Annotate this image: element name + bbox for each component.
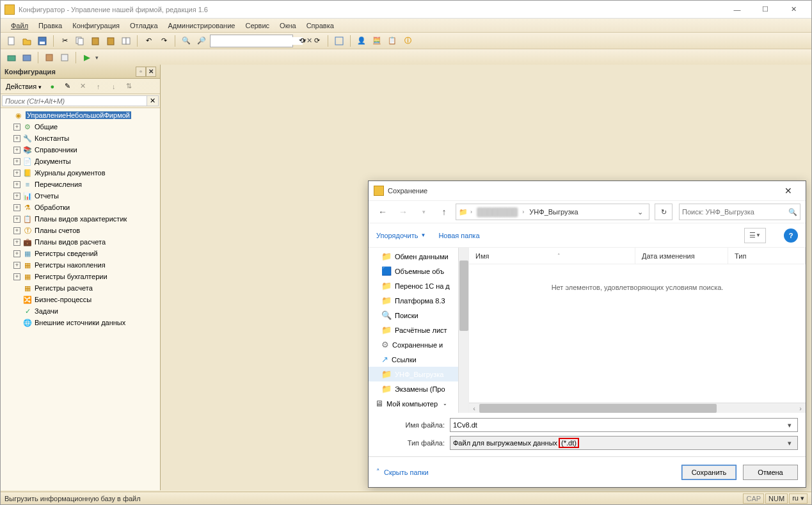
breadcrumb-current[interactable]: УНФ_Выгрузка [527,208,580,216]
expand-icon[interactable]: + [13,193,20,200]
tree-item-12[interactable]: +▦Регистры накопления [2,259,159,271]
folder-item-8[interactable]: 📁УНФ_Выгрузка [369,367,458,381]
filename-dropdown-icon[interactable]: ▾ [784,421,795,429]
tree-item-0[interactable]: +⚙Общие [2,121,159,132]
tree-item-10[interactable]: +💼Планы видов расчета [2,236,159,248]
nav-forward-button[interactable]: → [394,203,412,221]
scroll-left-icon[interactable]: ‹ [469,403,479,413]
tree-item-2[interactable]: +📚Справочники [2,144,159,156]
col-name[interactable]: Имя ˄ [469,248,635,264]
scrollbar-thumb[interactable] [459,261,468,331]
compare-button[interactable] [119,34,133,48]
tb2-c[interactable] [42,51,56,65]
copy-button[interactable] [73,34,87,48]
col-type[interactable]: Тип [728,248,806,264]
path-dropdown-icon[interactable]: ⌄ [633,208,646,216]
folder-item-1[interactable]: 🟦Объемные объ [369,264,458,278]
tool-windows[interactable] [332,34,346,48]
tb2-d[interactable] [58,51,72,65]
new-button[interactable] [4,34,19,48]
dialog-search-input[interactable] [682,208,788,216]
expand-icon[interactable]: + [13,239,20,246]
undo-button[interactable]: ↶ [141,34,155,48]
cancel-button[interactable]: Отмена [743,465,798,480]
tree-item-17[interactable]: 🌐Внешние источники данных [2,317,159,328]
expand-icon[interactable]: + [13,250,20,257]
paste-button[interactable] [88,34,102,48]
expand-icon[interactable]: + [13,262,20,269]
config-search-clear[interactable]: ✕ [147,95,159,106]
menu-help[interactable]: Справка [301,20,339,31]
horizontal-scrollbar[interactable]: ‹ › [469,403,806,413]
my-computer-item[interactable]: 🖥 Мой компьютер ⌄ [369,396,458,411]
config-actions-menu[interactable]: Действия [3,81,44,92]
tb2-run[interactable]: ▶ [80,51,94,65]
expand-icon[interactable]: + [13,273,20,280]
help-button[interactable]: ? [784,228,798,243]
nav-back-button[interactable]: ← [374,203,392,221]
menu-file[interactable]: Файл [6,20,33,31]
folder-item-6[interactable]: ⚙Сохраненные и [369,337,458,352]
config-panel-close[interactable]: ✕ [146,67,156,77]
minimize-button[interactable]: — [723,1,751,18]
expand-icon[interactable]: + [13,216,20,223]
tree-item-13[interactable]: +▦Регистры бухгалтерии [2,271,159,282]
config-search-input[interactable] [2,95,147,106]
view-mode-button[interactable]: ☰ ▼ [744,228,766,243]
tb2-b[interactable] [20,51,34,65]
nav-history-button[interactable]: ▾ [415,203,433,221]
open-button[interactable] [20,34,34,48]
folder-item-7[interactable]: ↗Ссылки [369,352,458,367]
filetype-combo[interactable]: Файл для выгружаемых данных (*.dt) ▾ [450,436,798,450]
cfg-del[interactable]: ✕ [76,79,90,93]
new-folder-button[interactable]: Новая папка [438,232,479,239]
folder-item-5[interactable]: 📁Расчётные лист [369,323,458,337]
folder-item-9[interactable]: 📁Экзамены (Про [369,381,458,396]
tree-item-1[interactable]: +🔧Константы [2,132,159,144]
menu-windows[interactable]: Окна [275,20,301,31]
expand-icon[interactable]: + [13,135,20,142]
redo-button[interactable]: ↷ [157,34,171,48]
menu-debug[interactable]: Отладка [125,20,163,31]
scroll-right-icon[interactable]: › [795,403,806,413]
toolbar-search[interactable]: ▾ ✕ [210,35,293,47]
folder-item-0[interactable]: 📁Обмен данными [369,249,458,264]
folder-item-2[interactable]: 📁Перенос 1С на д [369,278,458,293]
expand-icon[interactable]: + [13,181,20,188]
close-button[interactable]: ✕ [779,1,808,18]
tree-item-6[interactable]: +📊Отчеты [2,190,159,202]
tree-item-16[interactable]: ✓Задачи [2,305,159,317]
tool-syntax[interactable]: 👤 [354,34,369,48]
hide-folders-button[interactable]: ˄ Скрыть папки [376,468,429,476]
tool-a[interactable]: ⟲ [294,34,308,48]
expand-icon[interactable]: + [13,147,20,154]
tree-item-4[interactable]: +📒Журналы документов [2,167,159,179]
folder-scrollbar[interactable] [458,248,468,413]
menu-edit[interactable]: Правка [33,20,67,31]
folder-tree[interactable]: 📁Обмен данными🟦Объемные объ📁Перенос 1С н… [369,248,458,413]
tb2-run-dropdown[interactable]: ▾ [95,54,99,61]
config-tree[interactable]: ◉ УправлениеНебольшойФирмой +⚙Общие+🔧Кон… [1,108,160,490]
menu-admin[interactable]: Администрирование [163,20,241,31]
status-lang[interactable]: ru ▾ [789,493,808,504]
expand-icon[interactable]: + [13,124,20,131]
expand-icon[interactable]: + [13,204,20,211]
tool-calc[interactable]: 🧮 [370,34,384,48]
tree-item-9[interactable]: +ⓉПланы счетов [2,225,159,236]
folder-item-4[interactable]: 🔍Поиски [369,308,458,323]
tree-item-3[interactable]: +📄Документы [2,156,159,167]
tree-item-11[interactable]: +▦Регистры сведений [2,248,159,259]
expand-icon[interactable]: + [13,227,20,234]
organize-button[interactable]: Упорядочить▼ [376,232,426,239]
filetype-dropdown-icon[interactable]: ▾ [784,439,795,447]
maximize-button[interactable]: ☐ [751,1,779,18]
tree-item-15[interactable]: 🔀Бизнес-процессы [2,294,159,305]
find-button[interactable]: 🔍 [179,34,193,48]
col-date[interactable]: Дата изменения [635,248,728,264]
tree-item-8[interactable]: +📋Планы видов характеристик [2,213,159,225]
tool-calendar[interactable]: 📋 [385,34,399,48]
tool-b[interactable]: ⟳ [310,34,324,48]
dialog-search[interactable]: 🔍 [679,204,800,220]
cfg-sort[interactable]: ⇅ [122,79,136,93]
save-button[interactable] [35,34,49,48]
